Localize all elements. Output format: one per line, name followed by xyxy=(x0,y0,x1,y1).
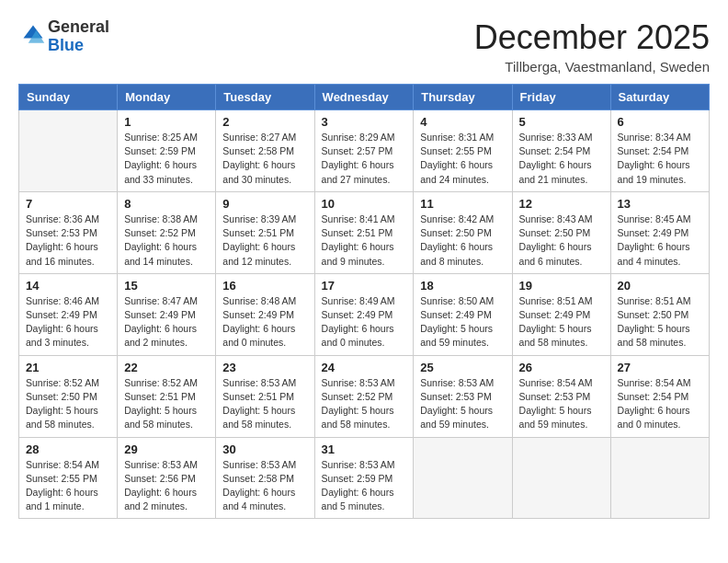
weekday-header-friday: Friday xyxy=(512,85,610,110)
day-info: Sunrise: 8:53 AMSunset: 2:51 PMDaylight:… xyxy=(222,376,307,432)
day-number: 4 xyxy=(420,115,505,129)
day-number: 31 xyxy=(322,442,407,456)
day-number: 1 xyxy=(124,115,209,129)
calendar-day-27: 27Sunrise: 8:54 AMSunset: 2:54 PMDayligh… xyxy=(610,355,709,437)
calendar-day-16: 16Sunrise: 8:48 AMSunset: 2:49 PMDayligh… xyxy=(216,273,314,355)
calendar-day-29: 29Sunrise: 8:53 AMSunset: 2:56 PMDayligh… xyxy=(118,437,216,519)
day-info: Sunrise: 8:46 AMSunset: 2:49 PMDaylight:… xyxy=(26,294,110,350)
day-info: Sunrise: 8:29 AMSunset: 2:57 PMDaylight:… xyxy=(322,131,407,187)
day-number: 2 xyxy=(222,115,307,129)
day-number: 9 xyxy=(222,197,307,211)
day-info: Sunrise: 8:51 AMSunset: 2:49 PMDaylight:… xyxy=(519,294,604,350)
day-number: 30 xyxy=(222,442,307,456)
day-number: 26 xyxy=(519,361,604,374)
day-number: 25 xyxy=(420,361,505,374)
month-title: December 2025 xyxy=(474,18,710,57)
weekday-header-wednesday: Wednesday xyxy=(314,85,414,110)
calendar-day-8: 8Sunrise: 8:38 AMSunset: 2:52 PMDaylight… xyxy=(118,191,216,273)
day-info: Sunrise: 8:39 AMSunset: 2:51 PMDaylight:… xyxy=(222,213,307,269)
day-number: 3 xyxy=(322,115,407,129)
calendar-day-5: 5Sunrise: 8:33 AMSunset: 2:54 PMDaylight… xyxy=(512,110,610,192)
day-number: 8 xyxy=(124,197,209,211)
day-number: 18 xyxy=(420,279,505,293)
calendar-day-13: 13Sunrise: 8:45 AMSunset: 2:49 PMDayligh… xyxy=(610,191,709,273)
page-header: General Blue December 2025 Tillberga, Va… xyxy=(18,18,710,75)
day-info: Sunrise: 8:45 AMSunset: 2:49 PMDaylight:… xyxy=(618,213,702,269)
day-number: 12 xyxy=(519,197,604,211)
calendar-day-23: 23Sunrise: 8:53 AMSunset: 2:51 PMDayligh… xyxy=(216,355,314,437)
calendar-day-19: 19Sunrise: 8:51 AMSunset: 2:49 PMDayligh… xyxy=(512,273,610,355)
calendar-day-22: 22Sunrise: 8:52 AMSunset: 2:51 PMDayligh… xyxy=(118,355,216,437)
calendar-day-28: 28Sunrise: 8:54 AMSunset: 2:55 PMDayligh… xyxy=(19,437,118,519)
day-info: Sunrise: 8:41 AMSunset: 2:51 PMDaylight:… xyxy=(322,213,407,269)
calendar-week-4: 21Sunrise: 8:52 AMSunset: 2:50 PMDayligh… xyxy=(19,355,710,437)
calendar-day-25: 25Sunrise: 8:53 AMSunset: 2:53 PMDayligh… xyxy=(414,355,512,437)
day-number: 14 xyxy=(26,279,110,293)
calendar-empty xyxy=(19,110,118,192)
day-info: Sunrise: 8:43 AMSunset: 2:50 PMDaylight:… xyxy=(519,213,604,269)
calendar-day-21: 21Sunrise: 8:52 AMSunset: 2:50 PMDayligh… xyxy=(19,355,118,437)
calendar-table: SundayMondayTuesdayWednesdayThursdayFrid… xyxy=(18,84,710,519)
weekday-header-saturday: Saturday xyxy=(610,85,709,110)
calendar-day-31: 31Sunrise: 8:53 AMSunset: 2:59 PMDayligh… xyxy=(314,437,414,519)
day-number: 13 xyxy=(618,197,702,211)
logo-general-text: General xyxy=(48,18,109,37)
weekday-header-sunday: Sunday xyxy=(19,85,118,110)
day-info: Sunrise: 8:42 AMSunset: 2:50 PMDaylight:… xyxy=(420,213,505,269)
day-info: Sunrise: 8:53 AMSunset: 2:58 PMDaylight:… xyxy=(222,458,307,514)
day-number: 21 xyxy=(26,361,110,374)
day-info: Sunrise: 8:48 AMSunset: 2:49 PMDaylight:… xyxy=(222,294,307,350)
day-number: 11 xyxy=(420,197,505,211)
calendar-day-14: 14Sunrise: 8:46 AMSunset: 2:49 PMDayligh… xyxy=(19,273,118,355)
day-info: Sunrise: 8:38 AMSunset: 2:52 PMDaylight:… xyxy=(124,213,209,269)
calendar-week-3: 14Sunrise: 8:46 AMSunset: 2:49 PMDayligh… xyxy=(19,273,710,355)
day-info: Sunrise: 8:52 AMSunset: 2:51 PMDaylight:… xyxy=(124,376,209,432)
logo-blue-text: Blue xyxy=(48,37,109,55)
calendar-empty xyxy=(512,437,610,519)
day-info: Sunrise: 8:31 AMSunset: 2:55 PMDaylight:… xyxy=(420,131,505,187)
calendar-week-5: 28Sunrise: 8:54 AMSunset: 2:55 PMDayligh… xyxy=(19,437,710,519)
day-number: 5 xyxy=(519,115,604,129)
calendar-day-7: 7Sunrise: 8:36 AMSunset: 2:53 PMDaylight… xyxy=(19,191,118,273)
calendar-day-26: 26Sunrise: 8:54 AMSunset: 2:53 PMDayligh… xyxy=(512,355,610,437)
calendar-day-1: 1Sunrise: 8:25 AMSunset: 2:59 PMDaylight… xyxy=(118,110,216,192)
day-info: Sunrise: 8:54 AMSunset: 2:53 PMDaylight:… xyxy=(519,376,604,432)
day-number: 6 xyxy=(618,115,702,129)
day-number: 15 xyxy=(124,279,209,293)
calendar-empty xyxy=(414,437,512,519)
calendar-day-11: 11Sunrise: 8:42 AMSunset: 2:50 PMDayligh… xyxy=(414,191,512,273)
day-info: Sunrise: 8:27 AMSunset: 2:58 PMDaylight:… xyxy=(222,131,307,187)
weekday-header-tuesday: Tuesday xyxy=(216,85,314,110)
calendar-day-2: 2Sunrise: 8:27 AMSunset: 2:58 PMDaylight… xyxy=(216,110,314,192)
day-info: Sunrise: 8:53 AMSunset: 2:53 PMDaylight:… xyxy=(420,376,505,432)
calendar-day-15: 15Sunrise: 8:47 AMSunset: 2:49 PMDayligh… xyxy=(118,273,216,355)
calendar-day-12: 12Sunrise: 8:43 AMSunset: 2:50 PMDayligh… xyxy=(512,191,610,273)
day-number: 23 xyxy=(222,361,307,374)
day-number: 20 xyxy=(618,279,702,293)
logo: General Blue xyxy=(18,18,109,55)
calendar-day-24: 24Sunrise: 8:53 AMSunset: 2:52 PMDayligh… xyxy=(314,355,414,437)
calendar-day-30: 30Sunrise: 8:53 AMSunset: 2:58 PMDayligh… xyxy=(216,437,314,519)
calendar-day-4: 4Sunrise: 8:31 AMSunset: 2:55 PMDaylight… xyxy=(414,110,512,192)
day-number: 16 xyxy=(222,279,307,293)
day-info: Sunrise: 8:53 AMSunset: 2:56 PMDaylight:… xyxy=(124,458,209,514)
calendar-week-1: 1Sunrise: 8:25 AMSunset: 2:59 PMDaylight… xyxy=(19,110,710,192)
day-info: Sunrise: 8:51 AMSunset: 2:50 PMDaylight:… xyxy=(618,294,702,350)
day-number: 28 xyxy=(26,442,110,456)
location: Tillberga, Vaestmanland, Sweden xyxy=(474,59,710,75)
day-info: Sunrise: 8:52 AMSunset: 2:50 PMDaylight:… xyxy=(26,376,110,432)
day-number: 17 xyxy=(322,279,407,293)
logo-icon xyxy=(20,22,46,48)
day-number: 24 xyxy=(322,361,407,374)
day-number: 27 xyxy=(618,361,702,374)
day-number: 29 xyxy=(124,442,209,456)
day-number: 19 xyxy=(519,279,604,293)
weekday-header-row: SundayMondayTuesdayWednesdayThursdayFrid… xyxy=(19,85,710,110)
weekday-header-monday: Monday xyxy=(118,85,216,110)
day-number: 22 xyxy=(124,361,209,374)
day-number: 7 xyxy=(26,197,110,211)
calendar-empty xyxy=(610,437,709,519)
weekday-header-thursday: Thursday xyxy=(414,85,512,110)
day-info: Sunrise: 8:54 AMSunset: 2:55 PMDaylight:… xyxy=(26,458,110,514)
day-info: Sunrise: 8:47 AMSunset: 2:49 PMDaylight:… xyxy=(124,294,209,350)
